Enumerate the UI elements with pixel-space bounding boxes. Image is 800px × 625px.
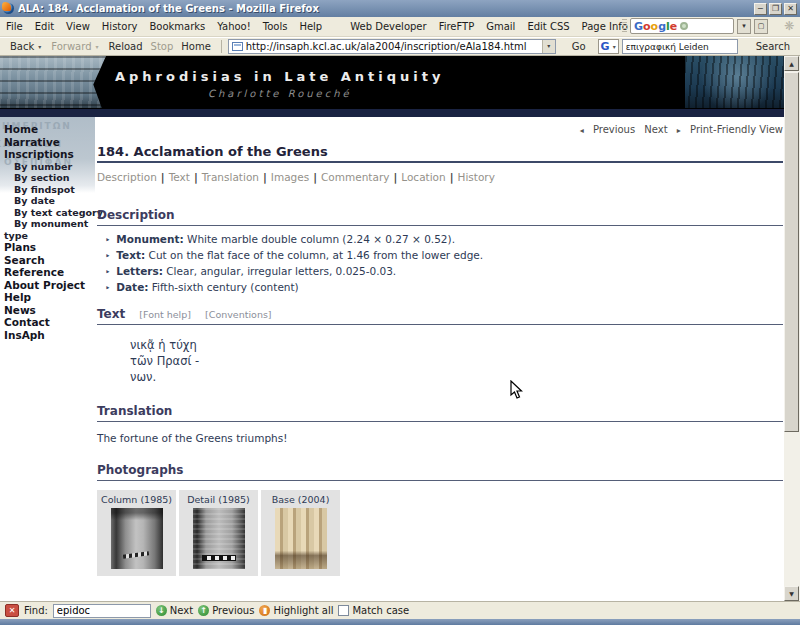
firefox-icon	[3, 3, 14, 14]
match-case-toggle[interactable]: Match case	[338, 605, 409, 616]
inscription-text: νικᾷ ἡ τύχη τῶν Πρασί - νων.	[97, 337, 783, 385]
sidebar-item-by-monument-type-wrap[interactable]: type	[4, 230, 95, 242]
google-toolbar-options-button[interactable]: ▢	[754, 19, 768, 34]
menu-yahoo[interactable]: Yahoo!	[211, 21, 256, 32]
menu-help[interactable]: Help	[293, 21, 328, 32]
conventions-link[interactable]: [Conventions]	[205, 309, 272, 320]
window-title: ALA: 184. Acclamation of the Greens - Mo…	[18, 3, 754, 14]
sidebar-item-by-date[interactable]: By date	[4, 195, 95, 207]
sidebar-item-about-project[interactable]: About Project	[4, 279, 95, 292]
toolbar-grip-handle[interactable]	[622, 19, 627, 33]
sidebar-item-inscriptions[interactable]: Inscriptions	[4, 148, 95, 161]
photo-caption: Base (2004)	[261, 490, 340, 508]
back-button[interactable]: Back	[6, 41, 38, 52]
site-title: Aphrodisias in Late Antiquity	[115, 69, 445, 84]
bullet-icon: ‣	[105, 283, 110, 293]
url-bar[interactable]: http://insaph.kcl.ac.uk/ala2004/inscript…	[228, 39, 556, 54]
title-bar: ALA: 184. Acclamation of the Greens - Mo…	[0, 0, 800, 17]
sidebar-item-by-number[interactable]: By number	[4, 161, 95, 173]
match-case-checkbox[interactable]	[338, 605, 349, 616]
back-dropdown-icon[interactable]: ▾	[38, 43, 41, 50]
link-location[interactable]: Location	[401, 171, 445, 183]
menu-bookmarks[interactable]: Bookmarks	[143, 21, 211, 32]
engine-dropdown-icon[interactable]: ▾	[613, 43, 616, 50]
photo-thumbnail-column[interactable]	[111, 508, 163, 569]
menu-edit[interactable]: Edit	[29, 21, 60, 32]
forward-button[interactable]: Forward	[47, 41, 95, 52]
google-toolbar-searchbox[interactable]: Google	[630, 18, 734, 34]
menu-web-developer[interactable]: Web Developer	[344, 21, 432, 32]
find-previous-button[interactable]: ↑ Previous	[198, 605, 254, 616]
url-text[interactable]: http://insaph.kcl.ac.uk/ala2004/inscript…	[246, 41, 542, 52]
sidebar-item-by-monument[interactable]: By monument	[4, 218, 95, 230]
print-friendly-link[interactable]: Print-Friendly View	[690, 124, 783, 135]
menu-edit-css[interactable]: Edit CSS	[521, 21, 575, 32]
photo-thumbnail-detail[interactable]	[193, 508, 245, 569]
toolbar-search-input[interactable]	[622, 39, 738, 54]
menu-history[interactable]: History	[96, 21, 144, 32]
link-text[interactable]: Text	[169, 171, 190, 183]
scrollbar-thumb[interactable]	[784, 72, 799, 432]
sidebar-item-insaph[interactable]: InsAph	[4, 329, 95, 342]
google-search-dropdown-button[interactable]: ▾	[737, 19, 751, 34]
bullet-icon: ‣	[105, 235, 110, 245]
page-title: 184. Acclamation of the Greens	[97, 135, 783, 163]
sidebar-item-reference[interactable]: Reference	[4, 266, 95, 279]
minimize-button[interactable]: ─	[754, 3, 767, 15]
previous-link[interactable]: Previous	[593, 124, 635, 135]
sidebar-item-home[interactable]: Home	[4, 123, 95, 136]
link-commentary[interactable]: Commentary	[321, 171, 389, 183]
find-close-button[interactable]: ✕	[5, 604, 19, 617]
scroll-up-button[interactable]: ▲	[784, 56, 799, 71]
photo-thumbnail-base[interactable]	[275, 508, 327, 569]
close-button[interactable]: ✕	[784, 3, 797, 15]
menu-gmail[interactable]: Gmail	[480, 21, 521, 32]
find-label: Find:	[24, 605, 48, 616]
find-input[interactable]	[53, 604, 151, 618]
reload-button[interactable]: Reload	[105, 41, 147, 52]
stop-button[interactable]: Stop	[147, 41, 178, 52]
sidebar-item-by-findspot[interactable]: By findspot	[4, 184, 95, 196]
scale-bar	[122, 551, 148, 559]
sidebar-item-plans[interactable]: Plans	[4, 241, 95, 254]
restore-button[interactable]: ❐	[769, 3, 782, 15]
list-item: ‣Text: Cut on the flat face of the colum…	[105, 248, 783, 264]
sidebar-item-by-section[interactable]: By section	[4, 172, 95, 184]
sidebar-item-contact[interactable]: Contact	[4, 316, 95, 329]
sidebar-item-search[interactable]: Search	[4, 254, 95, 267]
menu-view[interactable]: View	[60, 21, 96, 32]
link-images[interactable]: Images	[271, 171, 309, 183]
sidebar-item-narrative[interactable]: Narrative	[4, 136, 95, 149]
arrow-down-circle-icon: ↓	[156, 605, 167, 616]
font-help-link[interactable]: [Font help]	[139, 309, 191, 320]
navigation-toolbar: Back ▾ Forward ▾ Reload Stop Home http:/…	[0, 38, 800, 56]
throbber-icon: ❋	[781, 19, 797, 33]
site-author: Charlotte Roueché	[208, 88, 352, 99]
highlight-all-button[interactable]: ▮ Highlight all	[259, 605, 333, 616]
find-next-button[interactable]: ↓ Next	[156, 605, 193, 616]
sidebar-item-news[interactable]: News	[4, 304, 95, 317]
link-translation[interactable]: Translation	[202, 171, 259, 183]
url-history-dropdown[interactable]: ▾	[542, 40, 555, 53]
link-description[interactable]: Description	[97, 171, 157, 183]
home-button[interactable]: Home	[177, 41, 215, 52]
photo-cell-column: Column (1985)	[97, 490, 176, 576]
link-history[interactable]: History	[458, 171, 495, 183]
google-search-engine-button[interactable]: G ▾	[598, 39, 619, 54]
bullet-icon: ‣	[105, 251, 110, 261]
list-item: ‣Letters: Clear, angular, irregular lett…	[105, 264, 783, 280]
vertical-scrollbar[interactable]: ▲ ▼	[784, 56, 800, 601]
toolbar-search-button[interactable]: Search	[752, 41, 794, 52]
sidebar-item-by-text-category[interactable]: By text category	[4, 207, 95, 219]
sidebar-item-help[interactable]: Help	[4, 291, 95, 304]
page-icon	[232, 42, 243, 51]
menu-tools[interactable]: Tools	[257, 21, 294, 32]
forward-dropdown-icon[interactable]: ▾	[96, 43, 99, 50]
arrow-up-circle-icon: ↑	[198, 605, 209, 616]
scroll-down-button[interactable]: ▼	[784, 586, 799, 601]
next-link[interactable]: Next	[644, 124, 667, 135]
browser-window: ALA: 184. Acclamation of the Greens - Mo…	[0, 0, 800, 625]
menu-file[interactable]: File	[0, 21, 29, 32]
go-button[interactable]: Go	[568, 41, 590, 52]
menu-fireftp[interactable]: FireFTP	[433, 21, 481, 32]
